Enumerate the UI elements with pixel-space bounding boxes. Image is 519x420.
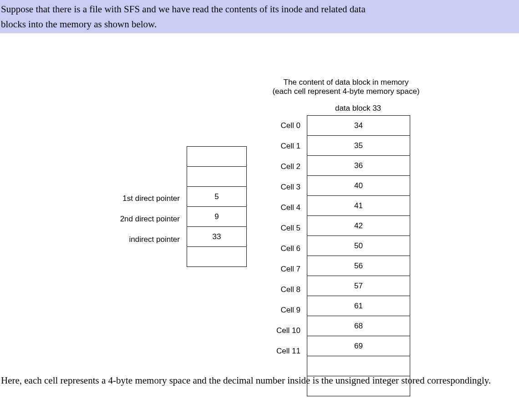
inode-cell-2nd-direct: 9 xyxy=(187,207,247,227)
inode-cell-1 xyxy=(187,167,247,187)
cell-index-labels: Cell 0 Cell 1 Cell 2 Cell 3 Cell 4 Cell … xyxy=(262,115,300,361)
block-cell-6: 50 xyxy=(307,236,410,256)
cell-label-8: Cell 8 xyxy=(262,279,300,300)
intro-line-2: blocks into the memory as shown below. xyxy=(1,19,157,30)
block-cell-7: 56 xyxy=(307,256,410,276)
block-cell-8: 57 xyxy=(307,276,410,296)
cell-label-0: Cell 0 xyxy=(262,115,300,136)
cell-label-7: Cell 7 xyxy=(262,259,300,279)
block-cell-13-empty xyxy=(307,376,410,396)
inode-cell-5 xyxy=(187,247,247,267)
cell-label-1: Cell 1 xyxy=(262,136,300,156)
block-cell-2: 36 xyxy=(307,156,410,176)
inode-table: 5 9 33 xyxy=(187,146,247,267)
inode-cell-indirect: 33 xyxy=(187,227,247,247)
block-cell-0: 34 xyxy=(307,116,410,136)
inode-label-indirect: indirect pointer xyxy=(82,229,180,250)
cell-label-4: Cell 4 xyxy=(262,197,300,218)
cell-label-9: Cell 9 xyxy=(262,300,300,320)
block-cell-5: 42 xyxy=(307,216,410,236)
block-cell-1: 35 xyxy=(307,136,410,156)
cell-label-6: Cell 6 xyxy=(262,238,300,259)
inode-pointer-labels: 1st direct pointer 2nd direct pointer in… xyxy=(82,188,180,250)
data-block-table: 34 35 36 40 41 42 50 56 57 61 68 69 xyxy=(307,115,410,396)
inode-cell-0 xyxy=(187,147,247,167)
caption-line-1: The content of data block in memory xyxy=(255,78,437,87)
inode-label-1st-direct: 1st direct pointer xyxy=(82,188,180,209)
inode-cell-1st-direct: 5 xyxy=(187,187,247,207)
block-cell-10: 68 xyxy=(307,316,410,336)
block-cell-4: 41 xyxy=(307,196,410,216)
cell-label-2: Cell 2 xyxy=(262,156,300,177)
caption-line-2: (each cell represent 4-byte memory space… xyxy=(255,87,437,96)
intro-paragraph: Suppose that there is a file with SFS an… xyxy=(0,0,519,33)
diagram-wrapper: The content of data block in memory (eac… xyxy=(0,33,501,370)
footer-paragraph: Here, each cell represents a 4-byte memo… xyxy=(0,373,519,388)
diagram-caption: The content of data block in memory (eac… xyxy=(255,78,437,96)
cell-label-3: Cell 3 xyxy=(262,177,300,197)
cell-label-5: Cell 5 xyxy=(262,218,300,238)
block-cell-9: 61 xyxy=(307,296,410,316)
cell-label-11: Cell 11 xyxy=(262,341,300,361)
inode-label-2nd-direct: 2nd direct pointer xyxy=(82,209,180,229)
cell-label-10: Cell 10 xyxy=(262,320,300,341)
block-cell-12-empty xyxy=(307,356,410,376)
block-cell-11: 69 xyxy=(307,336,410,356)
intro-line-1: Suppose that there is a file with SFS an… xyxy=(1,4,366,15)
data-block-title: data block 33 xyxy=(307,104,409,113)
block-cell-3: 40 xyxy=(307,176,410,196)
